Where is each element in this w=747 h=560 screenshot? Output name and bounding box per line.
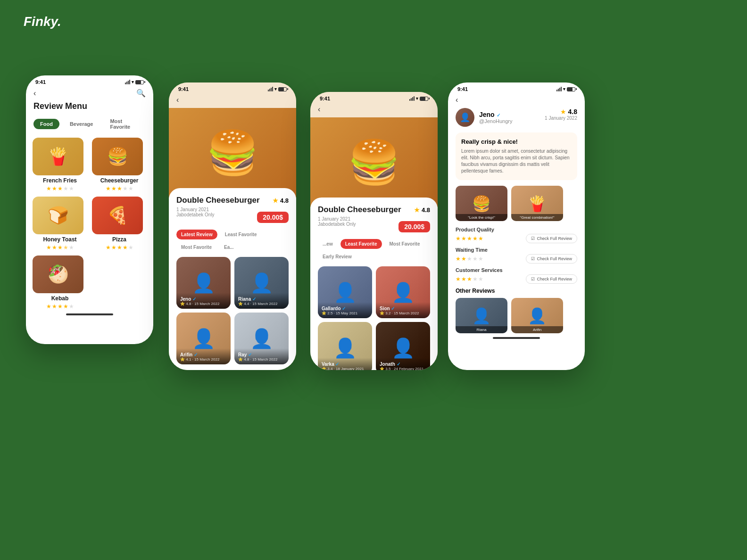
food-item-cheeseburger[interactable]: 🍔 Cheeseburger ★★★★★ [92, 138, 147, 192]
tab-beverage[interactable]: Beverage [63, 119, 100, 129]
other-review-name-riana: Riana [456, 326, 507, 333]
tab-latest-3[interactable]: ...ew [318, 239, 338, 249]
reviewer-profile-row: 👤 Jeno ✓ @JenoHungry ★ 4.8 1 January 202… [448, 108, 585, 132]
other-review-arifin[interactable]: 👤 Arifin [511, 298, 563, 333]
food-image-pizza: 🍕 [92, 197, 143, 234]
metric-customer-services: Customer Services ★★★★★ ☑ Check Full Rev… [448, 267, 585, 288]
reviewer-meta-jeno: ⭐ 4.8 · 15 March 2022 [180, 302, 227, 306]
home-indicator [66, 313, 113, 315]
food-item-pizza[interactable]: 🍕 Pizza ★★★★★ [92, 197, 147, 251]
reviewer-info-arifin: Arifin ✓ ⭐ 4.1 · 15 March 2022 [176, 348, 231, 364]
wifi-icon: ▾ [132, 80, 134, 84]
metric-name-waiting-time: Waiting Time [456, 247, 577, 253]
tab-early-review[interactable]: Ea... [219, 242, 239, 252]
reviewer-info-riana: Riana ✓ ⭐ 4.4 · 15 March 2022 [234, 293, 289, 309]
reviewer-card-jeno[interactable]: 👤 Jeno ✓ ⭐ 4.8 · 15 March 2022 [176, 257, 231, 309]
back-button[interactable]: ‹ [33, 89, 36, 98]
home-indicator-4 [493, 337, 540, 339]
food-item-french-fries[interactable]: 🍟 French Fries ★★★★★ [33, 138, 87, 192]
tab-most-favorite[interactable]: Most Favorite [103, 116, 146, 132]
review-text-box: Really crisp & nice! Lorem ipsum dolor s… [456, 132, 577, 180]
back-button-2[interactable]: ‹ [176, 96, 179, 104]
other-review-riana[interactable]: 👤 Riana [456, 298, 507, 333]
tab-food[interactable]: Food [33, 119, 59, 129]
tab-least-3[interactable]: Least Favorite [340, 239, 382, 249]
price-badge: 20.00$ [257, 212, 289, 223]
tab-most-3[interactable]: Most Favorite [385, 239, 425, 249]
stars-french-fries: ★★★★★ [33, 185, 87, 192]
wifi-icon-4: ▾ [563, 87, 565, 91]
review-filter-tabs: Latest Review Least Favorite Most Favori… [176, 230, 289, 252]
tab-most-favorite[interactable]: Most Favorite [176, 242, 216, 252]
reviewer-card-jonath[interactable]: 👤 Jonath ✓ ⭐ 3.5 · 24 February 2021 [376, 322, 430, 370]
reviewer-info-sion: Sion ✓ ⭐ 3.2 · 15 March 2022 [376, 302, 430, 318]
review-photo-2[interactable]: 🍟 "Great combination!" [511, 186, 563, 221]
product-rating-3: ★ 4.8 [414, 206, 430, 214]
food-item-honey-toast[interactable]: 🍞 Honey Toast ★★★★★ [33, 197, 87, 251]
search-icon[interactable]: 🔍 [136, 89, 146, 98]
filter-tabs: Food Beverage Most Favorite [26, 116, 153, 138]
food-image-honey-toast: 🍞 [33, 197, 83, 234]
stars-cheeseburger: ★★★★★ [92, 185, 147, 192]
stars-customer-services: ★★★★★ [456, 276, 483, 282]
metric-waiting-time: Waiting Time ★★★★★ ☑ Check Full Review [448, 247, 585, 267]
battery-icon [135, 80, 144, 84]
tab-least-favorite[interactable]: Least Favorite [220, 230, 262, 239]
stars-product-quality: ★★★★★ [456, 235, 483, 242]
status-bar-4: 9:41 ▾ [448, 82, 585, 94]
other-reviews-section: Other Reviews 👤 Riana 👤 Arifin [448, 288, 585, 333]
reviewer-name-gallardo: Gallardo ✓ [322, 306, 368, 311]
reviewer-card-ray[interactable]: 👤 Ray ✓ ⭐ 4.8 · 15 March 2022 [234, 313, 289, 364]
signal-icon-2 [268, 87, 273, 91]
back-button-4[interactable]: ‹ [456, 96, 458, 104]
reviewer-card-gallardo[interactable]: 👤 Gallardo ✓ ⭐ 2.5 · 15 May 2021 [318, 266, 372, 318]
reviewer-meta-gallardo: ⭐ 2.5 · 15 May 2021 [322, 311, 368, 315]
reviewer-card-riana[interactable]: 👤 Riana ✓ ⭐ 4.4 · 15 March 2022 [234, 257, 289, 309]
tab-early-3[interactable]: Early Review [318, 252, 357, 262]
reviewer-meta-ray: ⭐ 4.8 · 15 March 2022 [238, 357, 285, 362]
food-name-kebab: Kebab [33, 295, 87, 302]
food-image-cheeseburger: 🍔 [92, 138, 143, 175]
status-bar-1: 9:41 ▾ [26, 75, 153, 87]
reviewer-profile-avatar: 👤 [456, 108, 474, 127]
battery-icon-4 [567, 87, 575, 91]
photo-label-2: "Great combination!" [511, 214, 563, 221]
stars-kebab: ★★★★★ [33, 303, 87, 310]
wifi-icon-2: ▾ [274, 87, 277, 91]
reviewer-name-jonath: Jonath ✓ [380, 362, 426, 367]
reviewer-meta-jonath: ⭐ 3.5 · 24 February 2021 [380, 367, 426, 370]
reviewer-card-arifin[interactable]: 👤 Arifin ✓ ⭐ 4.1 · 15 March 2022 [176, 313, 231, 364]
stars-honey-toast: ★★★★★ [33, 244, 87, 251]
review-body: Lorem ipsum dolor sit amet, consectetur … [461, 148, 572, 174]
tab-latest-review[interactable]: Latest Review [176, 230, 217, 239]
signal-icon-4 [556, 87, 562, 91]
reviewer-info-jonath: Jonath ✓ ⭐ 3.5 · 24 February 2021 [376, 358, 430, 370]
photo-label-1: "Look the crisp!" [456, 214, 507, 221]
burger-hero-image: 🍔 [169, 108, 296, 198]
reviewer-grid-3: 👤 Gallardo ✓ ⭐ 2.5 · 15 May 2021 👤 Sion … [318, 266, 430, 370]
food-image-kebab: 🥙 [33, 255, 83, 293]
reviewer-meta-arifin: ⭐ 4.1 · 15 March 2022 [180, 357, 227, 362]
phone-reviews-least: 9:41 ▾ ‹ 🍔 Double Cheeseburger ★ 4.8 1 J… [310, 92, 438, 370]
signal-icon [125, 80, 130, 84]
check-full-review-waiting-time[interactable]: ☑ Check Full Review [526, 254, 577, 264]
reviewer-name-sion: Sion ✓ [380, 306, 426, 311]
check-full-review-product-quality[interactable]: ☑ Check Full Review [526, 234, 577, 243]
reviewer-profile-info: 👤 Jeno ✓ @JenoHungry [456, 108, 512, 127]
reviewer-card-sion[interactable]: 👤 Sion ✓ ⭐ 3.2 · 15 March 2022 [376, 266, 430, 318]
review-photos: 🍔 "Look the crisp!" 🍟 "Great combination… [448, 186, 585, 227]
food-name-pizza: Pizza [92, 236, 147, 243]
review-photo-1[interactable]: 🍔 "Look the crisp!" [456, 186, 507, 221]
metric-name-product-quality: Product Quality [456, 227, 577, 232]
status-bar-2: 9:41 ▾ [169, 82, 296, 94]
food-item-kebab[interactable]: 🥙 Kebab ★★★★★ [33, 255, 87, 310]
reviewer-card-varka[interactable]: 👤 Varka ✓ ⭐ 3.4 · 18 January 2021 [318, 322, 372, 370]
back-button-3[interactable]: ‹ [318, 105, 320, 113]
review-date: 1 January 2022 [545, 115, 577, 121]
reviewer-meta-varka: ⭐ 3.4 · 18 January 2021 [322, 367, 368, 370]
food-grid: 🍟 French Fries ★★★★★ 🍔 Cheeseburger ★★★★… [26, 138, 153, 310]
time-1: 9:41 [35, 79, 46, 85]
app-logo: Finky. [24, 14, 61, 29]
reviewer-name-jeno: Jeno ✓ [180, 296, 227, 302]
check-full-review-customer-services[interactable]: ☑ Check Full Review [526, 274, 577, 284]
